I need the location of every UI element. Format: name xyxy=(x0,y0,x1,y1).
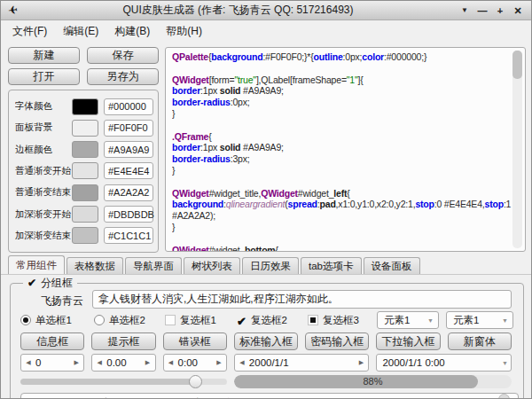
toolbar-button-save[interactable]: 保存 xyxy=(87,47,159,64)
color-swatch-button[interactable] xyxy=(72,98,98,115)
spin-right-arrow-icon[interactable]: ▶ xyxy=(215,359,223,366)
radio-indicator xyxy=(94,315,105,325)
color-hex-input[interactable]: #A9A9A9 xyxy=(104,141,153,158)
demo-button-error[interactable]: 错误框 xyxy=(163,332,227,350)
datetime-combobox[interactable]: 2000/1/1 0:00▼ xyxy=(376,354,512,372)
color-swatch-button[interactable] xyxy=(72,227,98,244)
checkbox-indicator xyxy=(165,315,176,325)
code-line xyxy=(172,233,512,245)
demo-button-standard-input[interactable]: 标准输入框 xyxy=(234,332,298,350)
bottom-scrollbar-thumb[interactable] xyxy=(498,394,510,399)
tab-table-data[interactable]: 表格数据 xyxy=(66,257,123,274)
int-spin[interactable]: ◀0▶ xyxy=(20,354,84,372)
radio-2[interactable]: 单选框2 xyxy=(94,311,145,329)
bottom-textedit[interactable]: 拿人钱财替人消灾,人生江湖如此,程序江湖亦如此。 xyxy=(20,393,519,399)
color-hex-input[interactable]: #DBDBDB xyxy=(104,206,153,223)
color-swatch-button[interactable] xyxy=(72,141,98,158)
color-row-border-color: 边框颜色#A9A9A9 xyxy=(15,141,153,159)
code-token: :0px; xyxy=(343,51,363,62)
time-spin[interactable]: ◀0:00▶ xyxy=(163,354,227,372)
color-swatch-button[interactable] xyxy=(72,120,98,137)
spin-right-arrow-icon[interactable]: ▶ xyxy=(356,359,365,366)
spin-left-arrow-icon[interactable]: ◀ xyxy=(24,359,33,366)
toolbar-button-open[interactable]: 打开 xyxy=(8,68,80,85)
menu-item-file[interactable]: 文件(F) xyxy=(4,22,55,41)
color-label: 加深渐变结束 xyxy=(15,230,72,242)
tab-common-widgets[interactable]: 常用组件 xyxy=(8,255,65,274)
code-line: border-radius:0px; xyxy=(172,97,512,108)
combo-2[interactable]: 元素1▼ xyxy=(446,311,513,329)
demo-button-password-input[interactable]: 密码输入框 xyxy=(305,332,369,350)
menu-item-edit[interactable]: 编辑(E) xyxy=(55,22,106,41)
color-hex-input[interactable]: #E4E4E4 xyxy=(104,162,153,179)
demo-button-info[interactable]: 信息框 xyxy=(20,332,84,350)
color-hex-input[interactable]: #000000 xyxy=(104,98,153,115)
app-window: ✈ QUI皮肤生成器 (作者: 飞扬青云 QQ: 517216493) ▼—+✕… xyxy=(0,0,532,399)
code-token: :1px xyxy=(200,85,220,96)
color-hex-input[interactable]: #F0F0F0 xyxy=(104,120,153,137)
demo-button-tip[interactable]: 提示框 xyxy=(91,332,155,350)
code-token: pad xyxy=(320,199,336,209)
dialog-buttons-row: 信息框提示框错误框标准输入框密码输入框下拉输入框新窗体 xyxy=(20,332,512,350)
demo-button-new-window[interactable]: 新窗体 xyxy=(448,332,512,350)
menu-item-help[interactable]: 帮助(H) xyxy=(158,22,210,41)
color-row-deep-gradient-start: 加深渐变开始#DBDBDB xyxy=(15,206,153,223)
double-spin[interactable]: ◀0.00▶ xyxy=(91,354,155,372)
code-token: #A9A9A9; xyxy=(240,85,283,96)
editor-scrollbar[interactable] xyxy=(512,51,522,248)
skin-menu-button[interactable]: ▼ xyxy=(458,2,471,20)
menubar: 文件(F)编辑(E)构建(B)帮助(H) xyxy=(1,21,531,41)
code-token: } xyxy=(172,108,175,119)
qss-editor[interactable]: QPalette{background:#F0F0F0;}*{outline:0… xyxy=(165,47,526,252)
file-buttons: 新建保存打开另存为 xyxy=(8,47,159,85)
radio-1[interactable]: 单选框1 xyxy=(20,311,72,329)
code-token: ]{ xyxy=(358,74,364,85)
toolbar-button-new[interactable]: 新建 xyxy=(8,47,80,64)
editor-scrollbar-thumb[interactable] xyxy=(512,51,522,79)
quote-textbox[interactable]: 拿人钱财替人消灾,人生江湖如此,程序江湖亦如此。 xyxy=(92,290,512,309)
close-button[interactable]: ✕ xyxy=(512,2,524,20)
groupbox-legend[interactable]: ✔ 分组框 xyxy=(23,276,77,290)
checkbox-label: 复选框2 xyxy=(251,314,287,327)
tab-tree-list[interactable]: 树状列表 xyxy=(184,257,240,274)
date-spin[interactable]: ◀2000/1/1▶ xyxy=(234,354,370,372)
demo-button-dropdown-input[interactable]: 下拉输入框 xyxy=(376,332,440,350)
chevron-down-icon: ▼ xyxy=(502,360,508,366)
spin-left-arrow-icon[interactable]: ◀ xyxy=(238,359,246,366)
color-swatch-button[interactable] xyxy=(72,184,98,201)
spinbox-value: 0.00 xyxy=(104,357,143,368)
code-token: QWidget xyxy=(172,74,209,85)
spin-left-arrow-icon[interactable]: ◀ xyxy=(167,359,176,366)
minimize-button[interactable]: — xyxy=(476,2,489,20)
tab-tab-pages[interactable]: tab选项卡 xyxy=(301,257,362,274)
tab-nav-ui[interactable]: 导航界面 xyxy=(125,257,182,274)
maximize-button[interactable]: + xyxy=(494,2,506,20)
spin-right-arrow-icon[interactable]: ▶ xyxy=(144,359,153,366)
color-swatch-button[interactable] xyxy=(72,162,98,179)
color-hex-input[interactable]: #A2A2A2 xyxy=(104,184,153,201)
tab-calendar[interactable]: 日历效果 xyxy=(242,257,299,274)
titlebar[interactable]: ✈ QUI皮肤生成器 (作者: 飞扬青云 QQ: 517216493) ▼—+✕ xyxy=(1,1,531,20)
spin-left-arrow-icon[interactable]: ◀ xyxy=(95,359,104,366)
color-label: 边框颜色 xyxy=(15,144,72,156)
combo-1[interactable]: 元素1▼ xyxy=(377,311,439,329)
checkbox-label: 复选框1 xyxy=(180,314,216,327)
color-swatch-button[interactable] xyxy=(72,206,98,223)
code-token: .QFrame xyxy=(172,131,208,142)
spin-right-arrow-icon[interactable]: ▶ xyxy=(72,359,81,366)
checkbox-3[interactable]: 复选框3 xyxy=(308,311,359,329)
toolbar-button-saveas[interactable]: 另存为 xyxy=(87,68,159,85)
color-hex-input[interactable]: #C1C1C1 xyxy=(104,227,153,244)
checkbox-1[interactable]: 复选框1 xyxy=(165,311,216,329)
code-token: { xyxy=(275,245,278,252)
menu-item-build[interactable]: 构建(B) xyxy=(106,22,158,41)
slider-handle[interactable] xyxy=(189,375,202,388)
code-token: border-radius xyxy=(172,153,231,164)
spinboxes-row: ◀0▶◀0.00▶◀0:00▶◀2000/1/1▶2000/1/1 0:00▼ xyxy=(20,354,512,372)
code-token: :1px xyxy=(200,142,220,153)
horizontal-slider[interactable] xyxy=(20,374,227,389)
color-row-panel-background: 面板背景#F0F0F0 xyxy=(15,119,153,137)
checkbox-2[interactable]: 复选框2 xyxy=(236,311,287,329)
tab-device-panel[interactable]: 设备面板 xyxy=(364,257,420,274)
chevron-down-icon: ▼ xyxy=(502,317,508,324)
